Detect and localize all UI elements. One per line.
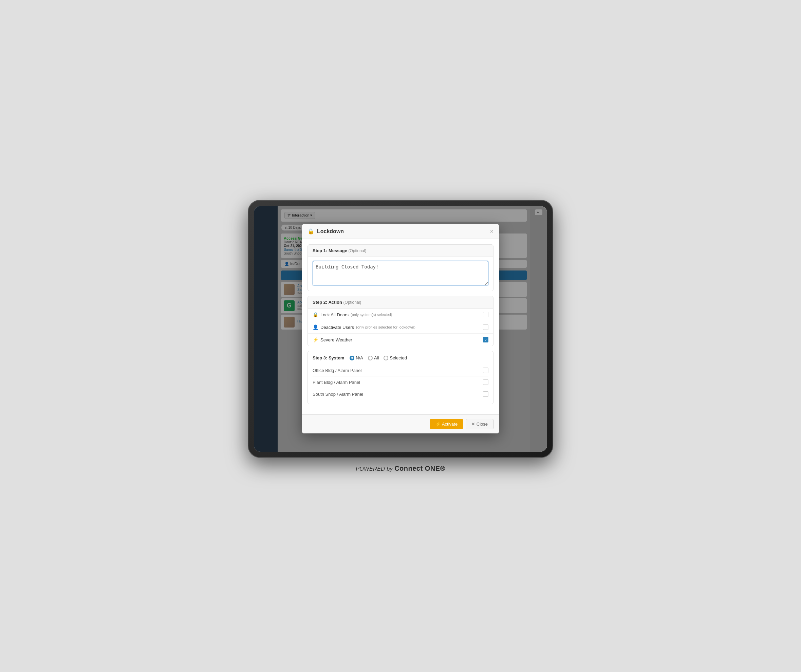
radio-all-label: All xyxy=(374,355,379,360)
action-row-deactivate: 👤 Deactivate Users (only profiles select… xyxy=(308,321,493,334)
system-plant-checkbox[interactable] xyxy=(483,379,488,385)
weather-label: ⚡ Severe Weather xyxy=(313,337,352,342)
step1-content: Building Closed Today! xyxy=(308,257,493,291)
system-plant-name: Plant Bldg / Alarm Panel xyxy=(313,380,360,385)
radio-group: N/A All Selected xyxy=(350,355,407,360)
lockdoors-note: (only system(s) selected) xyxy=(351,313,392,317)
deactivate-label: 👤 Deactivate Users (only profiles select… xyxy=(313,325,415,330)
tablet-device: ⇄ Interaction ▾ st 10 Days ▼ Filt Access… xyxy=(248,200,553,458)
radio-all[interactable]: All xyxy=(368,355,379,360)
system-office-checkbox[interactable] xyxy=(483,368,488,373)
weather-checkbox[interactable]: ✓ xyxy=(483,337,488,342)
deactivate-checkbox[interactable] xyxy=(483,325,488,330)
modal-close-button[interactable]: × xyxy=(490,228,494,235)
message-textarea[interactable]: Building Closed Today! xyxy=(313,261,488,285)
modal-header: 🔒 Lockdown × xyxy=(302,224,499,239)
deactivate-icon: 👤 xyxy=(313,325,318,330)
step1-optional: (Optional) xyxy=(349,248,367,253)
tablet-screen: ⇄ Interaction ▾ st 10 Days ▼ Filt Access… xyxy=(254,206,547,452)
lockdoors-icon: 🔒 xyxy=(313,312,318,317)
branding: POWERED by Connect ONE® xyxy=(356,465,445,473)
lockdoors-checkbox[interactable] xyxy=(483,312,488,317)
modal-footer: ⚡ Activate ✕ Close xyxy=(302,415,499,433)
deactivate-note: (only profiles selected for lockdown) xyxy=(356,325,415,329)
step3-section: Step 3: System N/A All xyxy=(307,351,494,404)
modal-overlay: 🔒 Lockdown × Step 1: Message (Optional) xyxy=(254,206,547,452)
system-southshop-name: South Shop / Alarm Panel xyxy=(313,392,363,397)
system-header: Step 3: System N/A All xyxy=(313,355,488,360)
system-office-name: Office Bldg / Alarm Panel xyxy=(313,368,362,373)
close-button[interactable]: ✕ Close xyxy=(466,419,494,429)
deactivate-text: Deactivate Users xyxy=(320,325,354,330)
step3-content: Step 3: System N/A All xyxy=(308,351,493,404)
lockdoors-label: 🔒 Lock All Doors (only system(s) selecte… xyxy=(313,312,392,317)
radio-selected-circle xyxy=(384,356,388,360)
radio-na-circle xyxy=(350,356,354,360)
lockdoors-text: Lock All Doors xyxy=(320,312,349,317)
modal-body: Step 1: Message (Optional) Building Clos… xyxy=(302,239,499,415)
weather-text: Severe Weather xyxy=(320,338,352,342)
system-row-plant: Plant Bldg / Alarm Panel xyxy=(313,376,488,388)
activate-button[interactable]: ⚡ Activate xyxy=(430,419,463,429)
radio-na-label: N/A xyxy=(356,355,363,360)
action-row-lockdoors: 🔒 Lock All Doors (only system(s) selecte… xyxy=(308,309,493,321)
weather-icon: ⚡ xyxy=(313,337,318,342)
lockdown-title: Lockdown xyxy=(317,228,344,235)
brand-name: Connect ONE® xyxy=(394,465,445,472)
modal-title: 🔒 Lockdown xyxy=(307,228,344,235)
radio-selected-label: Selected xyxy=(390,355,407,360)
system-southshop-checkbox[interactable] xyxy=(483,391,488,397)
step2-label: Step 2: Action xyxy=(313,300,342,305)
lockdown-icon: 🔒 xyxy=(307,228,314,235)
powered-by-text: POWERED by xyxy=(356,466,393,472)
action-row-weather: ⚡ Severe Weather ✓ xyxy=(308,334,493,346)
lockdown-modal: 🔒 Lockdown × Step 1: Message (Optional) xyxy=(302,224,499,433)
step1-label: Step 1: Message xyxy=(313,248,347,253)
step1-section: Step 1: Message (Optional) Building Clos… xyxy=(307,244,494,291)
system-row-office: Office Bldg / Alarm Panel xyxy=(313,365,488,376)
system-row-southshop: South Shop / Alarm Panel xyxy=(313,388,488,400)
step1-header: Step 1: Message (Optional) xyxy=(308,245,493,257)
step2-section: Step 2: Action (Optional) 🔒 Lock All Doo… xyxy=(307,296,494,346)
step2-optional: (Optional) xyxy=(344,300,362,305)
step3-label: Step 3: System xyxy=(313,355,344,360)
radio-selected[interactable]: Selected xyxy=(384,355,407,360)
radio-na[interactable]: N/A xyxy=(350,355,363,360)
radio-all-circle xyxy=(368,356,373,360)
step2-header: Step 2: Action (Optional) xyxy=(308,296,493,309)
